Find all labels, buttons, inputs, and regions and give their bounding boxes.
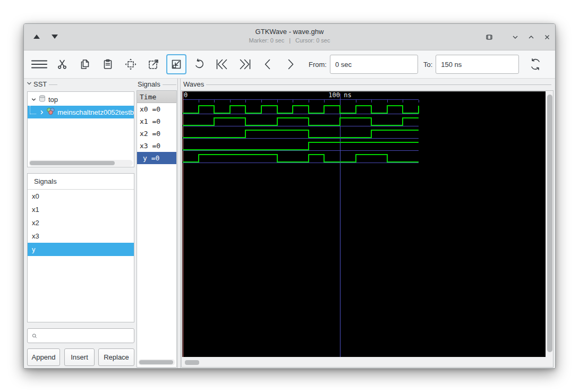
signal-names-panel: Time x0 =0 x1 =0 x2 =0 x3 =0 y =0	[137, 90, 177, 368]
restore-icon	[485, 33, 493, 41]
signal-name-row-selected[interactable]: y =0	[137, 152, 176, 164]
signals-frame-label: Signals	[138, 80, 177, 89]
sst-frame-label: SST	[26, 80, 58, 89]
to-input[interactable]	[436, 55, 519, 74]
names-hscrollbar-thumb[interactable]	[139, 360, 173, 364]
database-icon	[38, 95, 46, 104]
minimize-icon	[511, 33, 520, 41]
skip-to-end-icon	[238, 58, 252, 71]
waves-panel: 0100 ns	[181, 90, 554, 368]
svg-text:0: 0	[184, 91, 188, 99]
zoom-in-icon	[147, 58, 160, 71]
sst-tree-panel: top meinschaltnetz0052testb	[27, 91, 134, 167]
titlebar-center: GTKWave - wave.ghw Marker: 0 sec | Curso…	[24, 28, 555, 44]
signal-name-row[interactable]: x2 =0	[137, 127, 176, 140]
copy-button[interactable]	[75, 54, 95, 74]
signal-search-box	[27, 328, 134, 343]
append-button[interactable]: Append	[27, 348, 60, 366]
paste-button[interactable]	[98, 54, 118, 74]
zoom-fit-icon	[124, 58, 137, 71]
names-hscrollbar[interactable]	[138, 359, 175, 365]
sst-tree-item-top[interactable]: top	[28, 93, 134, 106]
close-button[interactable]	[542, 32, 552, 42]
signal-name-row[interactable]: x1 =0	[137, 115, 176, 127]
skip-to-start-button[interactable]	[212, 54, 232, 74]
signal-list-item[interactable]: x0	[28, 190, 134, 203]
copy-icon	[79, 58, 91, 70]
zoom-in-button[interactable]	[143, 54, 164, 74]
menu-button[interactable]	[29, 54, 49, 74]
toolbar: From: To:	[24, 50, 555, 78]
sst-tree-item-label: meinschaltnetz0052testb	[57, 108, 134, 116]
maximize-icon	[527, 33, 535, 41]
skip-to-end-button[interactable]	[235, 54, 255, 74]
window-title: GTKWave - wave.ghw	[24, 28, 555, 36]
from-input[interactable]	[330, 55, 418, 74]
close-icon	[543, 33, 551, 41]
cursor-status: Cursor: 0 sec	[295, 37, 330, 44]
zoom-out-icon	[170, 58, 183, 71]
signal-list-item[interactable]: x2	[28, 216, 134, 229]
cut-icon	[56, 58, 68, 70]
zoom-out-button[interactable]	[166, 54, 186, 74]
from-label: From:	[309, 61, 327, 69]
waves-hscrollbar-thumb[interactable]	[185, 360, 199, 365]
waves-frame-label: Waves	[183, 80, 552, 89]
time-column-header[interactable]: Time	[137, 91, 176, 103]
signal-list-item-selected[interactable]: y	[28, 243, 134, 256]
minimize-button[interactable]	[510, 32, 520, 42]
main-area: SST top meinschal	[24, 78, 555, 369]
signal-list-item[interactable]: x1	[28, 203, 134, 216]
wave-canvas[interactable]: 0100 ns	[182, 91, 546, 357]
chevron-down-icon[interactable]	[30, 97, 37, 103]
tree-guide-line	[30, 106, 36, 114]
status-separator: |	[289, 37, 291, 44]
step-left-button[interactable]	[258, 54, 278, 74]
chevron-right-icon[interactable]	[38, 109, 46, 115]
signal-name-row[interactable]: x0 =0	[137, 103, 176, 115]
signal-list-item[interactable]: x3	[28, 229, 134, 243]
sst-tree-item-module[interactable]: meinschaltnetz0052testb	[28, 106, 134, 118]
pane-splitter[interactable]	[177, 79, 181, 369]
signal-name-row[interactable]: x3 =0	[137, 140, 176, 152]
waves-hscrollbar[interactable]	[182, 357, 554, 368]
module-icon	[46, 107, 55, 117]
replace-button[interactable]: Replace	[98, 348, 134, 366]
gtkwave-window: GTKWave - wave.ghw Marker: 0 sec | Curso…	[23, 23, 556, 369]
restore-button[interactable]	[484, 32, 494, 42]
step-right-button[interactable]	[280, 54, 301, 74]
to-label: To:	[423, 61, 432, 69]
waves-vscrollbar-thumb[interactable]	[547, 95, 552, 352]
svg-text:100 ns: 100 ns	[328, 91, 351, 99]
maximize-button[interactable]	[526, 32, 536, 42]
signal-list-header: Signals	[28, 174, 134, 190]
skip-to-start-icon	[215, 58, 229, 71]
undo-button[interactable]	[189, 54, 209, 74]
search-icon	[32, 332, 37, 340]
titlebar: GTKWave - wave.ghw Marker: 0 sec | Curso…	[24, 24, 555, 50]
sst-hscrollbar[interactable]	[29, 160, 133, 166]
insert-button[interactable]: Insert	[64, 348, 95, 366]
step-left-icon	[262, 58, 273, 71]
cut-button[interactable]	[52, 54, 72, 74]
paste-icon	[102, 58, 114, 70]
step-right-icon	[285, 58, 296, 71]
sst-tree-item-label: top	[48, 96, 58, 104]
signal-search-panel: Signals x0 x1 x2 x3 y	[27, 173, 134, 322]
reload-icon	[529, 58, 542, 71]
zoom-fit-button[interactable]	[121, 54, 141, 74]
menu-icon	[31, 58, 48, 70]
undo-icon	[193, 58, 206, 71]
sst-hscrollbar-thumb[interactable]	[30, 161, 115, 165]
search-input[interactable]	[40, 329, 134, 342]
marker-status: Marker: 0 sec	[249, 37, 285, 44]
chevron-down-icon[interactable]	[26, 80, 32, 88]
reload-button[interactable]	[525, 54, 546, 74]
waves-vscrollbar[interactable]	[546, 91, 554, 357]
